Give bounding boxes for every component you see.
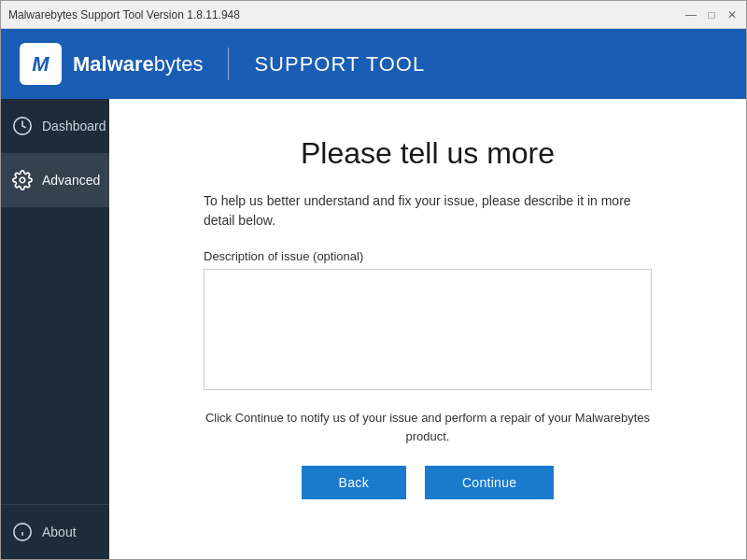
main-layout: Dashboard Advanced [1, 99, 746, 559]
minimize-button[interactable]: — [684, 8, 698, 21]
brand-name: Malwarebytes [73, 52, 203, 77]
app-window: Malwarebytes Support Tool Version 1.8.11… [0, 0, 747, 560]
dashboard-icon [12, 116, 33, 136]
button-row: Back Continue [302, 466, 555, 499]
sidebar-about-label: About [42, 525, 77, 539]
brand-light: bytes [154, 52, 204, 76]
logo-icon: M [20, 43, 62, 85]
sidebar-item-about[interactable]: About [1, 505, 109, 559]
brand-bold: Malware [73, 52, 154, 76]
content-area: Please tell us more To help us better un… [109, 99, 746, 559]
logo-area: M Malwarebytes SUPPORT TOOL [20, 43, 425, 85]
sidebar-dashboard-label: Dashboard [42, 119, 106, 133]
sidebar: Dashboard Advanced [1, 99, 109, 559]
support-tool-label: SUPPORT TOOL [254, 52, 425, 77]
description-input[interactable] [204, 269, 652, 390]
footer-note: Click Continue to notify us of your issu… [204, 409, 652, 445]
field-label: Description of issue (optional) [204, 249, 652, 263]
header-divider [228, 48, 229, 80]
sidebar-item-dashboard[interactable]: Dashboard [1, 99, 109, 153]
window-controls: — □ ✕ [684, 8, 739, 21]
app-header: M Malwarebytes SUPPORT TOOL [1, 29, 746, 99]
page-title: Please tell us more [301, 136, 555, 171]
sidebar-advanced-label: Advanced [42, 173, 100, 188]
svg-point-1 [20, 177, 25, 183]
content-description: To help us better understand and fix you… [204, 191, 652, 231]
maximize-button[interactable]: □ [705, 8, 718, 21]
sidebar-item-advanced[interactable]: Advanced [1, 153, 109, 207]
gear-icon [12, 170, 33, 190]
info-icon [12, 522, 33, 542]
sidebar-bottom: About [1, 504, 109, 559]
close-button[interactable]: ✕ [726, 8, 739, 21]
continue-button[interactable]: Continue [425, 466, 554, 499]
back-button[interactable]: Back [302, 466, 406, 499]
window-title: Malwarebytes Support Tool Version 1.8.11… [8, 8, 240, 21]
title-bar: Malwarebytes Support Tool Version 1.8.11… [1, 1, 746, 29]
sidebar-nav: Dashboard Advanced [1, 99, 109, 504]
